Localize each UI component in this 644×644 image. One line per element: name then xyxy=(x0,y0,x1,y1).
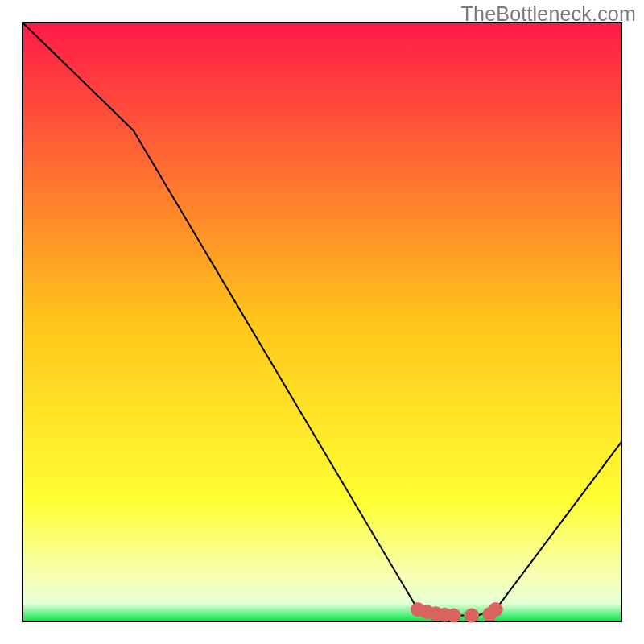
plot-background xyxy=(23,23,621,621)
trough-marker xyxy=(447,609,461,623)
chart-svg xyxy=(0,0,644,644)
trough-marker xyxy=(489,602,503,617)
trough-marker xyxy=(464,609,479,623)
chart-frame: TheBottleneck.com xyxy=(0,0,644,644)
